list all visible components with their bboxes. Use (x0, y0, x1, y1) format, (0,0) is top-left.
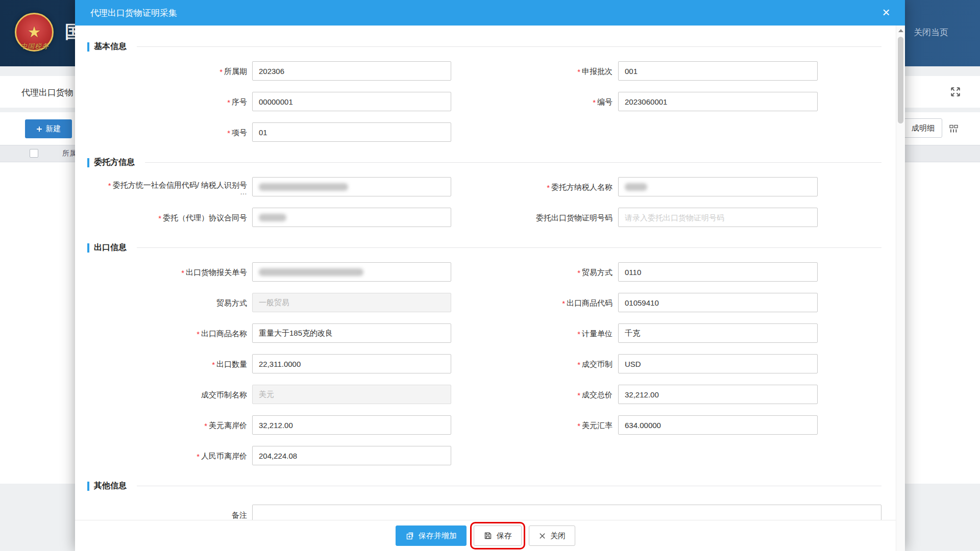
remark-label: 备注 (87, 505, 247, 520)
logo-caption: 中国税务 (13, 42, 56, 51)
section-other-info: 其他信息 (87, 481, 881, 491)
quantity-label: 出口数量 (87, 359, 247, 369)
form-row: 序号 编号 (87, 92, 881, 111)
batch-input[interactable] (618, 61, 818, 81)
trade-mode-name-input (252, 293, 451, 312)
add-document-icon (405, 531, 414, 540)
currency-label: 成交币制 (451, 359, 612, 369)
cert-no-input[interactable] (618, 208, 818, 227)
quantity-input[interactable] (252, 354, 451, 373)
dialog-header: 代理出口货物证明采集 × (75, 0, 905, 26)
section-export-info: 出口信息 (87, 242, 881, 253)
section-divider (137, 46, 881, 47)
section-basic-info: 基本信息 (87, 41, 881, 52)
form-row: 人民币离岸价 (87, 446, 881, 465)
commodity-code-input[interactable] (618, 293, 818, 312)
dialog-close-icon[interactable]: × (878, 5, 894, 20)
redacted-value (259, 183, 348, 191)
star-icon: ★ (28, 24, 41, 40)
taxpayer-name-label: 委托方纳税人名称 (451, 182, 612, 192)
dialog-title: 代理出口货物证明采集 (90, 7, 177, 19)
trade-mode-name-label: 贸易方式 (87, 298, 247, 308)
trade-mode-code-input[interactable] (618, 262, 818, 282)
contract-no-label: 委托（代理）协议合同号 (87, 213, 247, 222)
unit-label: 计量单位 (451, 329, 612, 338)
serial-input[interactable] (252, 92, 451, 111)
form-row: 项号 (87, 122, 881, 142)
usd-fob-input[interactable] (252, 415, 451, 435)
rmb-fob-input[interactable] (252, 446, 451, 465)
close-page-link[interactable]: 关闭当页 (914, 27, 948, 38)
trade-mode-code-label: 贸易方式 (451, 267, 612, 277)
form-row: 委托方统一社会信用代码/ 纳税人识别号 … 委托方纳税人名称 (87, 177, 881, 196)
contract-no-input[interactable] (252, 208, 451, 227)
commodity-name-input[interactable] (252, 323, 451, 343)
fullscreen-expand-icon[interactable] (947, 84, 964, 100)
currency-name-label: 成交币制名称 (87, 390, 247, 399)
dialog-footer: 保存并增加 保存 关闭 (75, 520, 896, 551)
form-row: 美元离岸价 美元汇率 (87, 415, 881, 435)
form-row: 贸易方式 出口商品代码 (87, 293, 881, 312)
period-input[interactable] (252, 61, 451, 81)
credit-code-label: 委托方统一社会信用代码/ 纳税人识别号 … (87, 180, 247, 194)
section-bar (87, 158, 89, 167)
total-price-input[interactable] (618, 385, 818, 404)
total-price-label: 成交总价 (451, 390, 612, 399)
usd-fob-label: 美元离岸价 (87, 420, 247, 430)
unit-input[interactable] (618, 323, 818, 343)
save-floppy-icon (483, 531, 493, 540)
form-row: 备注 (87, 505, 881, 520)
form-row: 委托（代理）协议合同号 委托出口货物证明号码 (87, 208, 881, 227)
section-bar (87, 482, 89, 491)
section-bar (87, 42, 89, 52)
save-and-add-button[interactable]: 保存并增加 (396, 525, 467, 546)
cert-no-label: 委托出口货物证明号码 (451, 213, 612, 222)
label-overflow: … (87, 190, 247, 194)
currency-input[interactable] (618, 354, 818, 373)
credit-code-input[interactable] (252, 177, 451, 196)
scrollbar-thumb[interactable] (898, 37, 903, 123)
batch-label: 申报批次 (451, 66, 612, 76)
form-row: 出口数量 成交币制 (87, 354, 881, 373)
declaration-no-label: 出口货物报关单号 (87, 267, 247, 277)
dialog-scrollbar[interactable] (896, 26, 905, 551)
new-button[interactable]: 新建 (25, 119, 72, 138)
screen: ★ 中国税务 国 司 ｜ 关闭当页 代理出口货物 新建 成明细 (0, 0, 980, 551)
section-divider (137, 247, 881, 248)
close-x-icon (538, 532, 546, 540)
select-all-checkbox[interactable] (30, 149, 38, 158)
column-settings-icon[interactable] (947, 122, 961, 135)
serial-label: 序号 (87, 97, 247, 107)
dialog-body: 基本信息 所属期 申报批次 序号 编号 项号 (75, 26, 896, 520)
page-title: 代理出口货物 (21, 87, 74, 98)
declaration-no-input[interactable] (252, 262, 451, 282)
number-input[interactable] (618, 92, 818, 111)
section-divider (145, 162, 881, 163)
commodity-name-label: 出口商品名称 (87, 329, 247, 338)
remark-input[interactable] (252, 505, 881, 520)
section-client-info: 委托方信息 (87, 157, 881, 168)
usd-rate-input[interactable] (618, 415, 818, 435)
redacted-value (625, 183, 647, 191)
redacted-value (259, 268, 363, 276)
form-row: 出口商品名称 计量单位 (87, 323, 881, 343)
scroll-up-arrow-icon[interactable] (898, 29, 903, 32)
form-row: 成交币制名称 成交总价 (87, 385, 881, 404)
section-bar (87, 243, 89, 253)
usd-rate-label: 美元汇率 (451, 420, 612, 430)
close-button[interactable]: 关闭 (529, 525, 575, 546)
form-row: 所属期 申报批次 (87, 61, 881, 81)
plus-icon (36, 126, 42, 132)
period-label: 所属期 (87, 66, 247, 76)
item-no-label: 项号 (87, 128, 247, 137)
form-row: 出口货物报关单号 贸易方式 (87, 262, 881, 282)
number-label: 编号 (451, 97, 612, 107)
item-no-input[interactable] (252, 122, 451, 142)
collect-dialog: 代理出口货物证明采集 × 基本信息 所属期 申报批次 序号 编号 (75, 0, 905, 551)
section-divider (137, 486, 881, 486)
save-button[interactable]: 保存 (474, 525, 522, 546)
redacted-value (259, 214, 286, 221)
taxpayer-name-input[interactable] (618, 177, 818, 196)
rmb-fob-label: 人民币离岸价 (87, 451, 247, 461)
currency-name-input (252, 385, 451, 404)
